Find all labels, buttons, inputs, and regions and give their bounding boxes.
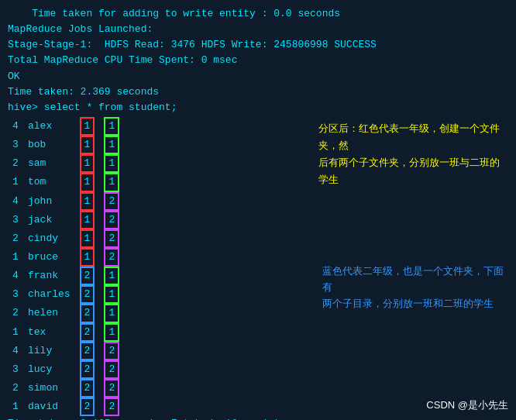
table-row: 3 lucy 2 2: [8, 360, 124, 379]
table-row: 2 cindy 1 2: [8, 229, 124, 248]
watermark: CSDN @是小先生: [426, 398, 508, 412]
grade-box-red: 1: [80, 117, 95, 136]
table-row: 2 sam 1 1: [8, 154, 124, 173]
grade-box-blue: 2: [80, 267, 95, 285]
table-row: 4 frank 2 1: [8, 267, 124, 285]
line-cpu: Total MapReduce CPU Time Spent: 0 msec: [8, 53, 508, 68]
class-box-green: 1: [104, 117, 119, 136]
table-row: 4 alex 1 1: [8, 117, 124, 136]
annotation-grade2: 蓝色代表二年级，也是一个文件夹，下面有 两个子目录，分别放一班和二班的学生: [322, 263, 508, 312]
table-row: 1 bruce 1 2: [8, 248, 124, 267]
table-row: 3 charles 2 1: [8, 285, 124, 304]
table-row: 1 tom 1 1: [8, 173, 124, 191]
table-row: 4 john 1 2: [8, 192, 124, 211]
annotation-grade1: 分区后：红色代表一年级，创建一个文件夹，然 后有两个子文件夹，分别放一班与二班的…: [318, 120, 508, 188]
line-time-entity: Time taken for adding to write entity : …: [8, 6, 508, 22]
table-row: 1 david 2 2: [8, 398, 124, 416]
table-row: 2 simon 2 2: [8, 379, 124, 398]
line-timetaken1: Time taken: 2.369 seconds: [8, 84, 508, 100]
table-row: 3 bob 1 1: [8, 136, 124, 154]
table-body: 4 alex 1 1 3 bob 1 1 2 sam 1 1 1: [8, 117, 124, 416]
table-row: 2 helen 2 1: [8, 304, 124, 322]
annotation-grade1-text: 分区后：红色代表一年级，创建一个文件夹，然 后有两个子文件夹，分别放一班与二班的…: [318, 122, 500, 185]
table-row: 1 tex 2 1: [8, 323, 124, 342]
line-hive-select: hive> select * from student;: [8, 100, 508, 115]
line-timetaken2: Time taken: 0.165 seconds, Fetched: 16 r…: [8, 416, 508, 420]
line-ok: OK: [8, 69, 508, 84]
annotation-grade2-text: 蓝色代表二年级，也是一个文件夹，下面有 两个子目录，分别放一班和二班的学生: [322, 265, 504, 309]
line-mapreduce-launched: MapReduce Jobs Launched:: [8, 22, 508, 37]
terminal-window: Time taken for adding to write entity : …: [0, 0, 516, 420]
line-stage: Stage-Stage-1: HDFS Read: 3476 HDFS Writ…: [8, 37, 508, 53]
class-box-purple: 2: [104, 192, 119, 211]
table-row: 4 lily 2 2: [8, 342, 124, 360]
table-row: 3 jack 1 2: [8, 211, 124, 229]
